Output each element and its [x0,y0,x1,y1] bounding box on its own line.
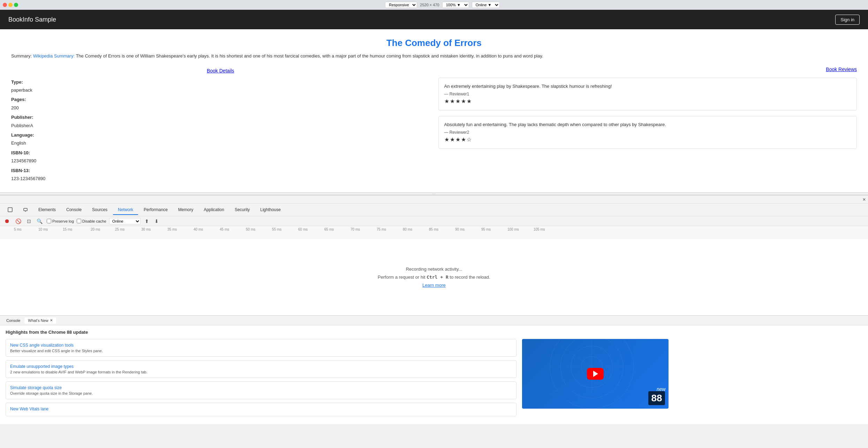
timeline-ticks-container: 5 ms 10 ms 15 ms 20 ms 25 ms 30 ms 35 ms… [0,226,868,238]
search-button[interactable]: 🔍 [35,218,44,225]
tab-network[interactable]: Network [113,205,138,215]
webpage-content: BookInfo Sample Sign in The Comedy of Er… [0,10,868,192]
bottom-tab-whats-new[interactable]: What's New ✕ [24,317,56,324]
disable-cache-checkbox[interactable] [77,219,81,223]
reviewer-1-name: — Reviewer1 [444,92,851,96]
tick-5ms: 5 ms [14,227,22,231]
learn-more-link[interactable]: Learn more [422,283,445,288]
review-card-2: Absolutely fun and entertaining. The pla… [438,116,857,149]
tab-inspect-button[interactable] [3,205,17,215]
tab-sources[interactable]: Sources [87,205,112,215]
tab-device-toolbar-button[interactable] [18,205,33,215]
online-status-dropdown[interactable]: Online ▼ [472,2,500,8]
app-title: BookInfo Sample [8,16,56,23]
whats-new-item-css-angle[interactable]: New CSS angle visualization tools Better… [6,339,516,357]
devtools-tab-bar: Elements Console Sources Network Perform… [0,204,868,216]
whats-new-item-image-types[interactable]: Emulate unsupported image types 2 new em… [6,360,516,378]
tick-105ms: 105 ms [534,227,545,231]
whats-new-item-css-angle-desc: Better visualize and edit CSS angle in t… [10,349,512,353]
devtools-top-controls: ✕ [0,195,868,204]
dimension-display: 2520 × 470 [420,3,439,7]
whats-new-item-css-angle-title: New CSS angle visualization tools [10,343,512,348]
tab-memory[interactable]: Memory [173,205,198,215]
tick-75ms: 75 ms [377,227,386,231]
tab-console[interactable]: Console [61,205,86,215]
tick-25ms: 25 ms [115,227,124,231]
video-thumbnail[interactable]: 88 new [522,339,669,409]
recording-status-text: Recording network activity... [406,267,462,272]
viewport-width: 2520 [420,3,428,7]
tick-50ms: 50 ms [246,227,255,231]
book-details-title: Book Details [11,67,430,75]
tab-application[interactable]: Application [199,205,229,215]
whats-new-item-web-vitals-title: New Web Vitals lane [10,407,512,411]
video-version-badge: 88 [648,391,665,405]
tick-95ms: 95 ms [481,227,491,231]
preserve-log-checkbox[interactable] [47,219,51,223]
devtools-close-button[interactable]: ✕ [862,196,867,203]
record-button[interactable]: ⏺ [3,217,11,225]
book-details-link[interactable]: Book Details [207,68,234,74]
isbn10-label: ISBN-10: [11,149,430,157]
summary-body: The Comedy of Errors is one of William S… [75,53,543,59]
export-har-button[interactable]: ⬇ [153,218,160,225]
minimize-window-button[interactable] [8,3,13,7]
whats-new-item-image-types-desc: 2 new emulations to disable AVIF and Web… [10,370,512,374]
book-reviews-section: Book Reviews An extremely entertaining p… [438,67,857,184]
devtools-panel: ✕ Elements Console Sources Network Perfo… [0,195,868,315]
app-navbar: BookInfo Sample Sign in [0,10,868,29]
review-1-text: An extremely entertaining play by Shakes… [444,84,851,89]
book-details-section: Book Details Type: paperback Pages: 200 … [11,67,430,184]
summary-prefix: Summary: [11,53,33,59]
zoom-dropdown[interactable]: 100% ▼ [442,2,469,8]
tab-performance[interactable]: Performance [139,205,173,215]
preserve-log-text: Preserve log [52,219,74,223]
preserve-log-label: Preserve log [47,219,74,223]
tab-security[interactable]: Security [230,205,255,215]
book-content-area: The Comedy of Errors Summary: Wikipedia … [0,29,868,192]
signin-button[interactable]: Sign in [835,15,860,25]
publisher-label: Publisher: [11,113,430,121]
import-har-button[interactable]: ⬆ [143,218,150,225]
tick-40ms: 40 ms [194,227,203,231]
throttling-dropdown[interactable]: Online No throttling Fast 3G Slow 3G Off… [109,218,141,224]
publisher-value: PublisherA [11,122,430,130]
whats-new-item-web-vitals[interactable]: New Web Vitals lane [6,403,516,416]
pages-label: Pages: [11,95,430,103]
tick-35ms: 35 ms [167,227,177,231]
resize-handle[interactable]: ⋯ [0,192,868,195]
book-summary: Summary: Wikipedia Summary: The Comedy o… [11,53,857,60]
disable-cache-text: Disable cache [82,219,106,223]
network-timeline-ruler: 5 ms 10 ms 15 ms 20 ms 25 ms 30 ms 35 ms… [0,226,868,239]
clear-button[interactable]: 🚫 [14,218,23,225]
responsive-dropdown[interactable]: Responsive [385,2,417,8]
whats-new-item-storage-quota[interactable]: Simulate storage quota size Override sto… [6,381,516,399]
wikipedia-link[interactable]: Wikipedia Summary: [33,53,75,59]
address-bar-area: Responsive 2520 × 470 100% ▼ Online ▼ [20,2,865,8]
isbn13-label: ISBN-13: [11,167,430,175]
book-reviews-title: Book Reviews [438,67,857,72]
tab-lighthouse[interactable]: Lighthouse [255,205,286,215]
maximize-window-button[interactable] [14,3,18,7]
tick-85ms: 85 ms [429,227,438,231]
bottom-tab-console[interactable]: Console [3,317,24,324]
video-new-badge: new [657,386,666,392]
whats-new-close-icon[interactable]: ✕ [50,318,53,322]
browser-window-controls [3,3,18,7]
bottom-panel-tab-bar: Console What's New ✕ [0,316,868,325]
handle-icon: ⋯ [432,192,436,196]
tab-elements[interactable]: Elements [33,205,61,215]
isbn10-value: 1234567890 [11,157,430,165]
filter-button[interactable]: ⊡ [25,218,32,225]
book-reviews-link[interactable]: Book Reviews [826,67,857,72]
whats-new-item-storage-quota-title: Simulate storage quota size [10,385,512,390]
whats-new-video-section: 88 new [522,339,862,420]
book-columns: Book Details Type: paperback Pages: 200 … [11,67,857,184]
close-window-button[interactable] [3,3,7,7]
bottom-panel: Console What's New ✕ Highlights from the… [0,315,868,424]
whats-new-item-image-types-title: Emulate unsupported image types [10,364,512,369]
whats-new-item-storage-quota-desc: Override storage quota size in the Stora… [10,391,512,395]
whats-new-tab-label: What's New [28,318,48,323]
tick-100ms: 100 ms [507,227,519,231]
pages-value: 200 [11,104,430,112]
